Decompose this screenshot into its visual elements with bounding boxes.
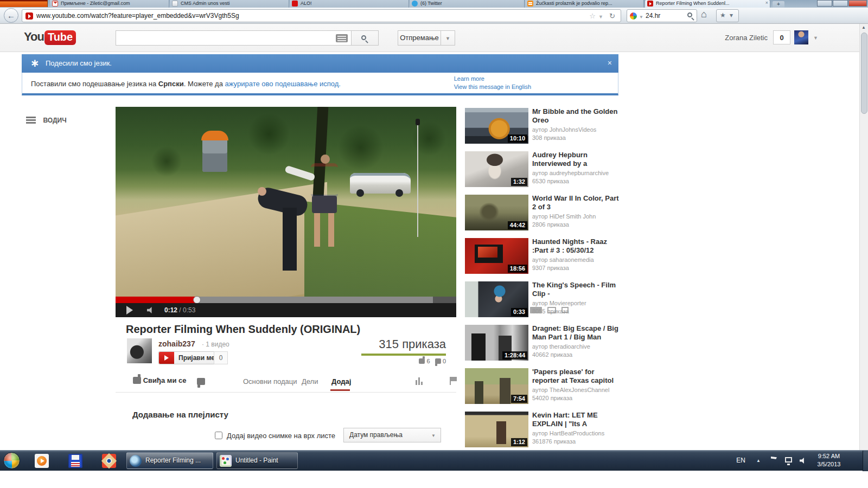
bookmarks-button[interactable]	[716, 9, 739, 22]
window-minimize-button[interactable]	[817, 0, 832, 7]
video-thumbnail[interactable]: 7:54	[465, 368, 528, 404]
new-tab-button[interactable]	[773, 1, 784, 8]
dislike-button[interactable]	[197, 376, 205, 386]
learn-more-link[interactable]: Learn more	[454, 75, 531, 83]
start-button[interactable]	[3, 452, 20, 469]
media-player-icon[interactable]	[35, 454, 49, 468]
related-video-title[interactable]: World War II In Color, Part 2 of 3	[532, 194, 619, 211]
related-video-title[interactable]: Mr Bibble and the Golden Oreo	[532, 107, 619, 125]
related-video-item[interactable]: 44:42 World War II In Color, Part 2 of 3…	[465, 194, 620, 234]
video-thumbnail[interactable]: 10:10	[465, 108, 528, 144]
scrollbar-thumb[interactable]	[861, 33, 867, 114]
bookmark-star-icon[interactable]	[589, 12, 596, 20]
related-video-item[interactable]: 0:33 The King's Speech - Film Clip - аут…	[465, 280, 620, 320]
url-bar[interactable]	[22, 9, 621, 22]
related-video-item[interactable]: 1:12 Kevin Hart: LET ME EXPLAIN | "Its A…	[465, 410, 620, 450]
view-english-link[interactable]: View this message in English	[454, 83, 531, 91]
taskbar-paint-window[interactable]: Untitled - Paint	[216, 452, 298, 469]
browser-tab-alo[interactable]: ALO!	[290, 0, 409, 8]
url-dropdown-icon[interactable]	[598, 14, 603, 20]
network-icon[interactable]	[785, 457, 792, 463]
related-video-item[interactable]: 18:56 Haunted Nights - Raaz :Part # 3 : …	[465, 237, 620, 277]
flag-icon[interactable]	[451, 377, 457, 381]
update-settings-link[interactable]: ажурирате ово подешавање испод.	[225, 80, 341, 88]
channel-name[interactable]: zohaib237	[158, 339, 195, 348]
home-icon[interactable]	[701, 9, 707, 20]
playlist-checkbox-label[interactable]: Додај видео снимке на врх листе	[227, 432, 335, 440]
tab-share[interactable]: Дели	[302, 377, 318, 386]
youtube-logo[interactable]: YouTube	[24, 30, 76, 46]
progress-bar[interactable]	[116, 297, 456, 303]
url-input[interactable]	[36, 10, 590, 21]
stats-icon[interactable]	[416, 377, 424, 385]
notification-count[interactable]: 0	[773, 30, 790, 44]
related-video-title[interactable]: Dragnet: Big Escape / Big Man Part 1 / B…	[532, 324, 619, 342]
avatar[interactable]	[794, 30, 808, 44]
video-thumbnail[interactable]: 1:28:44	[465, 325, 528, 361]
video-thumbnail[interactable]: 0:33	[465, 281, 528, 317]
user-name[interactable]: Zorana Ziletic	[725, 34, 768, 42]
close-icon[interactable]: ×	[765, 0, 768, 5]
youtube-search-input[interactable]	[119, 33, 331, 43]
related-video-item[interactable]: 1:32 Audrey Hepburn Interviewed by a аут…	[465, 150, 620, 190]
search-icon[interactable]	[687, 12, 692, 17]
youtube-search-button[interactable]	[352, 30, 379, 46]
video-thumbnail[interactable]: 1:12	[465, 412, 528, 447]
related-video-title[interactable]: Haunted Nights - Raaz :Part # 3 : 05/30/…	[532, 237, 619, 255]
upload-dropdown-button[interactable]	[441, 30, 455, 46]
video-thumbnail[interactable]: 44:42	[465, 195, 528, 230]
window-maximize-button[interactable]	[833, 0, 848, 7]
related-video-title[interactable]: Audrey Hepburn Interviewed by a	[532, 151, 619, 168]
scrubber-handle[interactable]	[193, 296, 201, 304]
video-frame[interactable]	[116, 107, 456, 297]
browser-tab-news[interactable]: Žućkasti prolaznik je podvalio rep...	[525, 0, 644, 8]
google-icon[interactable]	[630, 12, 637, 20]
like-button[interactable]: Свиђа ми се	[133, 376, 186, 384]
browser-tab-youtube-active[interactable]: Reporter Filming When Suddenl... ×	[644, 0, 770, 8]
keyboard-icon[interactable]	[336, 34, 348, 42]
related-video-item[interactable]: 1:28:44 Dragnet: Big Escape / Big Man Pa…	[465, 324, 620, 364]
browser-tab-cms[interactable]: CMS Admin unos vesti	[170, 0, 289, 8]
playlist-sort-select[interactable]: Датум прављења	[343, 428, 441, 442]
youtube-search-box[interactable]	[116, 30, 352, 46]
clock[interactable]: 9:52 AM 3/5/2013	[812, 452, 846, 468]
tab-add-active[interactable]: Додај	[331, 377, 351, 386]
browser-tab-mail[interactable]: Примљене - Ziletic@gmail.com	[50, 0, 169, 8]
hidden-icons-arrow[interactable]	[756, 458, 761, 463]
image-viewer-icon[interactable]	[102, 454, 116, 468]
search-engine-bar[interactable]	[627, 9, 697, 22]
close-icon[interactable]	[608, 59, 612, 67]
reload-icon[interactable]	[609, 12, 615, 20]
tab-about[interactable]: Основни подаци	[243, 377, 297, 386]
subscribe-button[interactable]: Пријави ме	[158, 351, 221, 364]
upload-button[interactable]: Отпремање	[398, 30, 441, 46]
playlist-top-checkbox[interactable]	[215, 432, 222, 439]
language-indicator[interactable]: EN	[736, 457, 745, 464]
back-button[interactable]	[4, 8, 18, 23]
video-player[interactable]: 0:12 / 0:53	[116, 107, 456, 317]
scroll-up-icon[interactable]	[861, 25, 866, 30]
related-video-title[interactable]: The King's Speech - Film Clip -	[532, 281, 619, 298]
action-center-icon[interactable]	[771, 457, 777, 461]
video-thumbnail[interactable]: 1:32	[465, 151, 528, 187]
related-video-item[interactable]: 10:10 Mr Bibble and the Golden Oreo ауто…	[465, 107, 620, 147]
related-video-title[interactable]: 'Papers please' for reporter at Texas ca…	[532, 368, 619, 385]
volume-icon[interactable]	[147, 307, 154, 313]
window-close-button[interactable]	[848, 0, 867, 7]
scrollbar[interactable]	[859, 24, 868, 450]
floppy-save-icon[interactable]	[68, 454, 82, 468]
engine-dropdown-icon[interactable]	[639, 15, 643, 20]
guide-toggle[interactable]: ВОДИЧ	[26, 115, 67, 125]
search-engine-input[interactable]	[646, 11, 680, 21]
show-desktop-button[interactable]	[863, 451, 868, 471]
related-video-title[interactable]: Kevin Hart: LET ME EXPLAIN | "Its A	[532, 411, 619, 428]
related-video-item[interactable]: 7:54 'Papers please' for reporter at Tex…	[465, 367, 620, 407]
firefox-app-button[interactable]	[0, 0, 48, 7]
play-button[interactable]	[126, 306, 133, 314]
taskbar-firefox-window[interactable]: Reporter Filming ...	[126, 452, 213, 469]
browser-tab-twitter[interactable]: (6) Twitter	[410, 0, 525, 8]
video-thumbnail[interactable]: 18:56	[465, 238, 528, 274]
speaker-icon[interactable]	[800, 458, 806, 464]
chevron-down-icon[interactable]	[813, 35, 818, 41]
channel-avatar[interactable]	[127, 338, 152, 363]
